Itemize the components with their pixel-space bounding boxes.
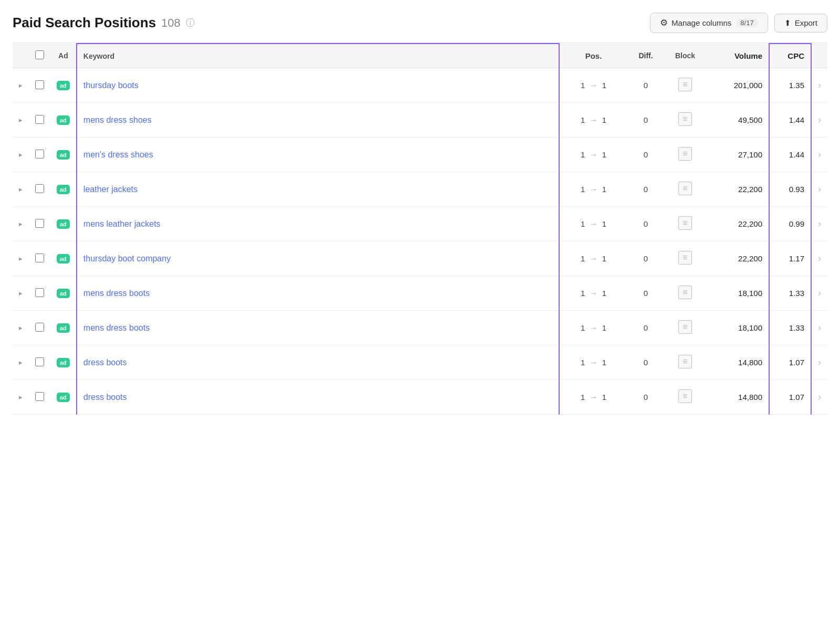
row-expand-chevron[interactable]: ▸ bbox=[13, 172, 29, 207]
volume-value: 22,200 bbox=[738, 254, 762, 263]
pos-to: 1 bbox=[602, 150, 606, 159]
row-more-cell: › bbox=[811, 276, 827, 311]
export-label: Export bbox=[795, 18, 817, 27]
row-checkbox[interactable] bbox=[35, 150, 44, 159]
page-container: Paid Search Positions 108 ⓘ ⚙ Manage col… bbox=[0, 0, 840, 623]
row-expand-chevron[interactable]: ▸ bbox=[13, 103, 29, 138]
row-expand-chevron[interactable]: ▸ bbox=[13, 241, 29, 276]
table-row: ▸ ad thursday boots 1 → 1 0 201,000 bbox=[13, 68, 827, 103]
diff-value: 0 bbox=[644, 393, 648, 402]
diff-value: 0 bbox=[644, 81, 648, 90]
keyword-link[interactable]: dress boots bbox=[83, 393, 127, 402]
row-checkbox[interactable] bbox=[35, 288, 44, 297]
pos-from: 1 bbox=[581, 323, 585, 332]
keyword-link[interactable]: mens leather jackets bbox=[83, 219, 161, 228]
info-icon[interactable]: ⓘ bbox=[186, 17, 195, 29]
keyword-link[interactable]: men's dress shoes bbox=[83, 150, 153, 159]
ad-badge: ad bbox=[57, 219, 70, 229]
row-keyword-cell: mens dress boots bbox=[77, 276, 559, 311]
row-block-cell bbox=[664, 103, 706, 138]
diff-value: 0 bbox=[644, 115, 648, 124]
th-volume: Volume bbox=[706, 44, 769, 68]
row-ad-badge-cell: ad bbox=[50, 68, 77, 103]
pos-arrow-icon: → bbox=[590, 358, 598, 367]
row-expand-chevron[interactable]: ▸ bbox=[13, 345, 29, 380]
keyword-link[interactable]: dress boots bbox=[83, 358, 127, 367]
row-checkbox[interactable] bbox=[35, 392, 44, 401]
block-icon bbox=[678, 216, 692, 230]
row-block-cell bbox=[664, 311, 706, 345]
row-pos-cell: 1 → 1 bbox=[559, 103, 627, 138]
row-expand-chevron[interactable]: ▸ bbox=[13, 138, 29, 172]
row-checkbox[interactable] bbox=[35, 219, 44, 228]
table-row: ▸ ad mens dress boots 1 → 1 0 18,10 bbox=[13, 276, 827, 311]
row-ad-badge-cell: ad bbox=[50, 207, 77, 241]
row-ad-badge-cell: ad bbox=[50, 241, 77, 276]
pos-arrow-icon: → bbox=[590, 393, 598, 402]
row-checkbox[interactable] bbox=[35, 323, 44, 332]
keyword-link[interactable]: leather jackets bbox=[83, 185, 138, 194]
row-ad-badge-cell: ad bbox=[50, 380, 77, 415]
pos-to: 1 bbox=[602, 185, 606, 194]
row-checkbox-cell bbox=[29, 276, 50, 311]
row-pos-cell: 1 → 1 bbox=[559, 68, 627, 103]
row-checkbox[interactable] bbox=[35, 254, 44, 262]
pos-to: 1 bbox=[602, 115, 606, 124]
diff-value: 0 bbox=[644, 323, 648, 332]
keyword-link[interactable]: mens dress boots bbox=[83, 289, 150, 298]
row-expand-chevron[interactable]: ▸ bbox=[13, 380, 29, 415]
block-icon bbox=[678, 286, 692, 299]
keyword-link[interactable]: thursday boot company bbox=[83, 254, 171, 263]
ad-badge: ad bbox=[57, 393, 70, 402]
row-block-cell bbox=[664, 172, 706, 207]
row-checkbox-cell bbox=[29, 103, 50, 138]
pos-arrow-icon: → bbox=[590, 185, 598, 194]
row-checkbox[interactable] bbox=[35, 80, 44, 89]
row-checkbox[interactable] bbox=[35, 184, 44, 193]
row-expand-chevron[interactable]: ▸ bbox=[13, 207, 29, 241]
volume-value: 18,100 bbox=[738, 289, 762, 298]
row-checkbox[interactable] bbox=[35, 357, 44, 366]
keyword-link[interactable]: mens dress boots bbox=[83, 323, 150, 332]
more-icon: › bbox=[818, 253, 821, 263]
cpc-value: 1.07 bbox=[789, 358, 804, 367]
keyword-link[interactable]: thursday boots bbox=[83, 81, 139, 90]
manage-columns-button[interactable]: ⚙ Manage columns 8/17 bbox=[650, 13, 768, 33]
ad-badge: ad bbox=[57, 150, 70, 160]
row-pos-cell: 1 → 1 bbox=[559, 311, 627, 345]
results-table: Ad Keyword Pos. Diff. Block Vo bbox=[13, 43, 827, 415]
row-expand-chevron[interactable]: ▸ bbox=[13, 68, 29, 103]
pos-to: 1 bbox=[602, 289, 606, 298]
table-row: ▸ ad dress boots 1 → 1 0 14,800 bbox=[13, 345, 827, 380]
header-row: Paid Search Positions 108 ⓘ ⚙ Manage col… bbox=[13, 13, 827, 33]
row-expand-chevron[interactable]: ▸ bbox=[13, 276, 29, 311]
th-pos: Pos. bbox=[559, 44, 627, 68]
ad-badge: ad bbox=[57, 185, 70, 194]
row-volume-cell: 18,100 bbox=[706, 276, 769, 311]
export-button[interactable]: ⬆ Export bbox=[774, 14, 827, 33]
table-row: ▸ ad mens dress boots 1 → 1 0 18,10 bbox=[13, 311, 827, 345]
more-icon: › bbox=[818, 184, 821, 194]
row-more-cell: › bbox=[811, 172, 827, 207]
row-volume-cell: 22,200 bbox=[706, 207, 769, 241]
row-checkbox[interactable] bbox=[35, 115, 44, 124]
block-icon bbox=[678, 251, 692, 265]
row-volume-cell: 27,100 bbox=[706, 138, 769, 172]
row-ad-badge-cell: ad bbox=[50, 172, 77, 207]
select-all-checkbox[interactable] bbox=[35, 50, 44, 59]
more-icon: › bbox=[818, 288, 821, 298]
volume-value: 14,800 bbox=[738, 393, 762, 402]
row-expand-chevron[interactable]: ▸ bbox=[13, 311, 29, 345]
ad-badge: ad bbox=[57, 289, 70, 298]
block-icon bbox=[678, 147, 692, 161]
table-body: ▸ ad thursday boots 1 → 1 0 201,000 bbox=[13, 68, 827, 415]
table-row: ▸ ad mens dress shoes 1 → 1 0 49,50 bbox=[13, 103, 827, 138]
row-more-cell: › bbox=[811, 241, 827, 276]
ad-badge: ad bbox=[57, 115, 70, 125]
keyword-link[interactable]: mens dress shoes bbox=[83, 115, 152, 124]
more-icon: › bbox=[818, 392, 821, 402]
th-checkbox bbox=[29, 44, 50, 68]
pos-from: 1 bbox=[581, 393, 585, 402]
row-pos-cell: 1 → 1 bbox=[559, 345, 627, 380]
volume-value: 14,800 bbox=[738, 358, 762, 367]
